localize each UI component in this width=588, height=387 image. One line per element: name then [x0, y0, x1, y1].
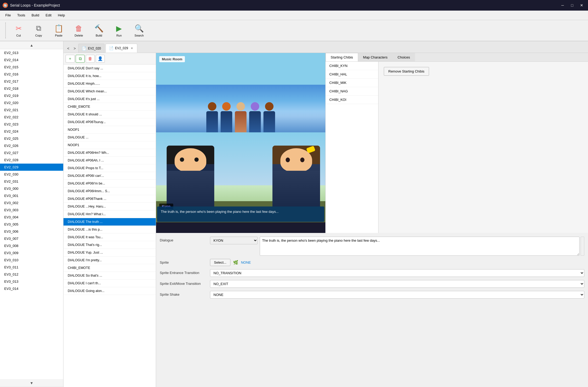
sidebar-item-ev2_027[interactable]: EV2_027 [0, 149, 63, 156]
sidebar-item-ev2_031[interactable]: EV2_031 [0, 178, 63, 185]
script-item-6[interactable]: DIALOGUE It should ... [63, 111, 156, 118]
add-script-item-button[interactable]: + [66, 55, 75, 63]
sidebar-item-ev2_015[interactable]: EV2_015 [0, 64, 63, 71]
script-item-22[interactable]: DIALOGUE It was Tsu... [63, 233, 156, 241]
sidebar-item-ev3_004[interactable]: EV3_004 [0, 214, 63, 221]
script-item-3[interactable]: DIALOGUE Which mean... [63, 88, 156, 95]
menu-build[interactable]: Build [28, 12, 42, 18]
sidebar-item-ev2_023[interactable]: EV2_023 [0, 121, 63, 128]
sidebar-item-ev3_000[interactable]: EV3_000 [0, 185, 63, 192]
sprite-entrance-select[interactable]: NO_TRANSITION FADE SLIDE_LEFT SLIDE_RIGH… [210, 269, 584, 277]
tab-map-characters[interactable]: Map Characters [358, 53, 393, 61]
sprite-shake-select[interactable]: NONE SMALL MEDIUM LARGE [210, 291, 584, 299]
script-item-23[interactable]: DIALOGUE That's rig... [63, 241, 156, 249]
script-item-5[interactable]: CHIBI_EMOTE [63, 103, 156, 111]
sidebar-item-ev3_001[interactable]: EV3_001 [0, 192, 63, 199]
delete-script-item-button[interactable]: 🗑 [86, 55, 95, 63]
sidebar-item-ev3_007[interactable]: EV3_007 [0, 235, 63, 242]
tab-starting-chibis[interactable]: Starting Chibis [326, 53, 358, 61]
sidebar-scroll-down[interactable]: ▼ [0, 379, 63, 387]
sidebar-item-ev2_026[interactable]: EV2_026 [0, 142, 63, 149]
sidebar-item-ev2_018[interactable]: EV2_018 [0, 85, 63, 92]
sidebar-item-ev2_029[interactable]: EV2_029 [0, 164, 63, 171]
menu-edit[interactable]: Edit [42, 12, 54, 18]
run-button[interactable]: ▶ Run [110, 21, 129, 40]
sidebar-item-ev3_013[interactable]: EV3_013 [0, 278, 63, 285]
sidebar-item-ev3_014[interactable]: EV3_014 [0, 285, 63, 292]
script-item-9[interactable]: DIALOGUE ... [63, 134, 156, 141]
sidebar-item-ev3_006[interactable]: EV3_006 [0, 228, 63, 235]
sidebar-scroll-up[interactable]: ▲ [0, 41, 63, 49]
sidebar-item-ev2_016[interactable]: EV2_016 [0, 71, 63, 78]
chibi-item-chibi_kyn[interactable]: CHIBI_KYN [326, 62, 378, 70]
tab-forward-button[interactable]: > [72, 45, 77, 52]
sidebar-item-ev2_021[interactable]: EV2_021 [0, 106, 63, 114]
script-item-11[interactable]: DIALOGUE #P06Hm? Wh... [63, 149, 156, 157]
script-item-13[interactable]: DIALOGUE Props to T... [63, 164, 156, 172]
chibi-item-chibi_nag[interactable]: CHIBI_NAG [326, 87, 378, 96]
character-select[interactable]: KYON HARUHI MIKURU NAGATO KOIZUMI [210, 237, 258, 244]
tab-ev2-020[interactable]: 📄 EV2_020 [78, 44, 104, 53]
sidebar-item-ev3_002[interactable]: EV3_002 [0, 199, 63, 206]
tab-choices[interactable]: Choices [393, 53, 415, 61]
sidebar-item-ev2_025[interactable]: EV2_025 [0, 135, 63, 142]
close-button[interactable]: ✕ [578, 2, 585, 9]
script-item-21[interactable]: DIALOGUE ...is this p... [63, 226, 156, 233]
tab-ev2-029[interactable]: 📄 EV2_029 ✕ [106, 44, 137, 53]
dialogue-textarea-scrollbar[interactable] [581, 237, 584, 256]
script-item-25[interactable]: DIALOGUE I'm pretty... [63, 256, 156, 264]
sidebar-item-ev2_024[interactable]: EV2_024 [0, 128, 63, 135]
sidebar-item-ev3_005[interactable]: EV3_005 [0, 221, 63, 228]
sidebar-item-ev2_028[interactable]: EV2_028 [0, 156, 63, 164]
tab-ev2-029-close[interactable]: ✕ [130, 46, 134, 50]
search-button[interactable]: 🔍 Search [130, 21, 149, 40]
sidebar-item-ev2_013[interactable]: EV2_013 [0, 49, 63, 56]
duplicate-script-item-button[interactable]: ⧉ [76, 55, 85, 63]
script-item-7[interactable]: DIALOGUE #P06Tsuruy... [63, 118, 156, 126]
sidebar-item-ev2_030[interactable]: EV2_030 [0, 171, 63, 178]
script-item-17[interactable]: DIALOGUE #P06Thank ... [63, 195, 156, 203]
build-button[interactable]: 🔨 Build [89, 21, 108, 40]
user-script-button[interactable]: 👤 [96, 55, 105, 63]
sidebar-item-ev3_008[interactable]: EV3_008 [0, 242, 63, 249]
sidebar-item-ev2_017[interactable]: EV2_017 [0, 78, 63, 85]
tab-back-button[interactable]: < [66, 45, 71, 52]
script-item-28[interactable]: DIALOGUE I can't th... [63, 280, 156, 287]
script-item-12[interactable]: DIALOGUE #P06Ah, I ... [63, 157, 156, 164]
chibi-item-chibi_hal[interactable]: CHIBI_HAL [326, 70, 378, 79]
script-item-29[interactable]: DIALOGUE Going alon... [63, 287, 156, 295]
script-item-2[interactable]: DIALOGUE Hmph...... [63, 80, 156, 88]
sidebar-item-ev3_003[interactable]: EV3_003 [0, 206, 63, 214]
sidebar-item-ev3_010[interactable]: EV3_010 [0, 256, 63, 264]
sprite-exit-select[interactable]: NO_EXIT FADE SLIDE_LEFT SLIDE_RIGHT [210, 280, 584, 288]
paste-button[interactable]: 📋 Paste [49, 21, 68, 40]
cut-button[interactable]: ✂ Cut [9, 21, 28, 40]
script-item-20[interactable]: DIALOGUE The truth ... [63, 218, 156, 226]
dialogue-textarea[interactable]: The truth is, the person who's been play… [260, 237, 580, 256]
script-item-0[interactable]: DIALOGUE Don't say ... [63, 65, 156, 72]
sidebar-item-ev3_009[interactable]: EV3_009 [0, 249, 63, 256]
script-item-27[interactable]: DIALOGUE So that's ... [63, 272, 156, 280]
sidebar-item-ev2_020[interactable]: EV2_020 [0, 99, 63, 106]
remove-starting-chibis-button[interactable]: Remove Starting Chibis [384, 67, 429, 76]
script-item-16[interactable]: DIALOGUE #P06Hmm... S... [63, 187, 156, 195]
script-item-26[interactable]: CHIBI_EMOTE [63, 264, 156, 272]
chibi-item-chibi_koi[interactable]: CHIBI_KOI [326, 96, 378, 104]
sidebar-item-ev2_014[interactable]: EV2_014 [0, 56, 63, 64]
script-item-19[interactable]: DIALOGUE Hm? What i... [63, 210, 156, 218]
script-item-15[interactable]: DIALOGUE #P06I'm be... [63, 180, 156, 187]
script-item-8[interactable]: NOOP1 [63, 126, 156, 134]
delete-button[interactable]: 🗑 Delete [69, 21, 88, 40]
sprite-select-button[interactable]: Select... [210, 259, 230, 266]
sprite-none-link[interactable]: NONE [241, 260, 251, 264]
sidebar-item-ev3_012[interactable]: EV3_012 [0, 271, 63, 278]
minimize-button[interactable]: ─ [559, 2, 566, 9]
script-item-14[interactable]: DIALOGUE #P06I can'... [63, 172, 156, 180]
maximize-button[interactable]: □ [568, 2, 576, 9]
menu-help[interactable]: Help [55, 12, 68, 18]
script-item-10[interactable]: NOOP1 [63, 141, 156, 149]
script-item-1[interactable]: DIALOGUE It is, how... [63, 72, 156, 80]
sidebar-item-ev2_019[interactable]: EV2_019 [0, 92, 63, 99]
menu-file[interactable]: File [2, 12, 14, 18]
script-item-24[interactable]: DIALOGUE Yup. Just ... [63, 249, 156, 256]
